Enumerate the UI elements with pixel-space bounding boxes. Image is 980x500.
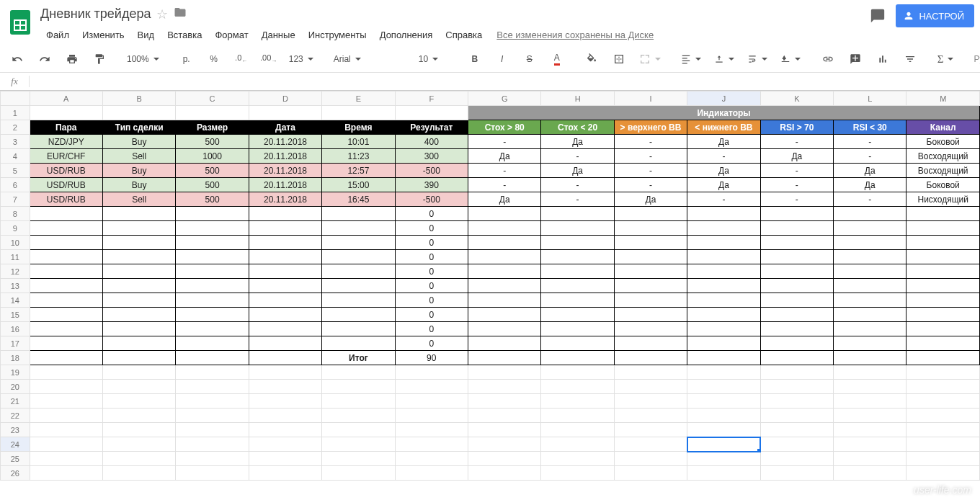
paint-format-icon[interactable] xyxy=(86,49,112,69)
cell[interactable] xyxy=(614,365,687,380)
table-header[interactable]: Дата xyxy=(249,120,321,135)
cell[interactable] xyxy=(541,437,614,452)
cell[interactable] xyxy=(249,264,321,279)
row-header[interactable]: 25 xyxy=(1,452,30,466)
cell[interactable] xyxy=(30,452,102,466)
cell[interactable] xyxy=(906,322,980,336)
cell[interactable] xyxy=(687,264,760,279)
cell[interactable] xyxy=(176,423,249,437)
undo-icon[interactable] xyxy=(4,49,30,69)
cell[interactable]: Боковой xyxy=(906,135,980,149)
star-icon[interactable]: ☆ xyxy=(156,6,168,22)
row-header[interactable]: 26 xyxy=(1,466,30,481)
cell[interactable] xyxy=(906,423,980,437)
cell[interactable]: 0 xyxy=(395,293,468,308)
row-header[interactable]: 18 xyxy=(1,351,30,365)
cell[interactable] xyxy=(102,221,175,236)
row-header[interactable]: 5 xyxy=(1,164,30,178)
cell[interactable]: Да xyxy=(468,192,541,207)
cell[interactable] xyxy=(102,264,175,279)
cell[interactable] xyxy=(760,365,833,380)
cell[interactable]: 0 xyxy=(395,264,468,279)
cell[interactable] xyxy=(541,452,614,466)
cell[interactable] xyxy=(687,394,760,409)
cell[interactable] xyxy=(176,221,249,236)
col-header-K[interactable]: K xyxy=(760,91,833,106)
indicators-header[interactable]: Индикаторы xyxy=(468,106,980,120)
cell[interactable] xyxy=(249,423,321,437)
row-header[interactable]: 20 xyxy=(1,380,30,394)
cell[interactable]: Восходящий xyxy=(906,149,980,164)
cell[interactable] xyxy=(30,264,102,279)
cell[interactable] xyxy=(760,466,833,481)
cell[interactable]: - xyxy=(687,192,760,207)
cell[interactable] xyxy=(322,279,395,293)
cell[interactable] xyxy=(834,394,906,409)
cell[interactable] xyxy=(30,308,102,322)
table-header[interactable]: RSI > 70 xyxy=(760,120,833,135)
cell[interactable] xyxy=(322,106,395,120)
cell[interactable] xyxy=(687,279,760,293)
cell[interactable] xyxy=(176,293,249,308)
table-header[interactable]: Стох < 20 xyxy=(541,120,614,135)
cell[interactable] xyxy=(614,322,687,336)
cell[interactable] xyxy=(614,380,687,394)
cell[interactable] xyxy=(30,423,102,437)
cell[interactable] xyxy=(834,466,906,481)
cell[interactable] xyxy=(834,221,906,236)
cell[interactable]: 500 xyxy=(176,164,249,178)
cell[interactable]: - xyxy=(468,135,541,149)
cell[interactable] xyxy=(395,409,468,423)
cell[interactable]: Нисходящий xyxy=(906,192,980,207)
text-color-button[interactable]: A xyxy=(544,49,570,69)
cell[interactable] xyxy=(614,466,687,481)
table-header[interactable]: Стох > 80 xyxy=(468,120,541,135)
row-header[interactable]: 9 xyxy=(1,221,30,236)
cell[interactable] xyxy=(760,351,833,365)
cell[interactable]: 1000 xyxy=(176,149,249,164)
cell[interactable] xyxy=(834,322,906,336)
filter-icon[interactable] xyxy=(897,49,923,69)
cell[interactable]: - xyxy=(760,178,833,192)
cell[interactable] xyxy=(30,221,102,236)
cell[interactable] xyxy=(322,394,395,409)
cell[interactable] xyxy=(249,293,321,308)
cell[interactable] xyxy=(30,351,102,365)
cell[interactable] xyxy=(249,279,321,293)
cell[interactable] xyxy=(760,279,833,293)
col-header-C[interactable]: C xyxy=(176,91,249,106)
cell[interactable] xyxy=(249,452,321,466)
cell[interactable]: 300 xyxy=(395,149,468,164)
cell[interactable]: EUR/CHF xyxy=(30,149,102,164)
row-header[interactable]: 7 xyxy=(1,192,30,207)
row-header[interactable]: 16 xyxy=(1,322,30,336)
cell[interactable] xyxy=(834,308,906,322)
row-header[interactable]: 2 xyxy=(1,120,30,135)
cell[interactable]: Да xyxy=(834,164,906,178)
strike-button[interactable]: S xyxy=(517,49,543,69)
cell[interactable] xyxy=(687,423,760,437)
row-header[interactable]: 13 xyxy=(1,279,30,293)
cell[interactable] xyxy=(30,409,102,423)
borders-icon[interactable] xyxy=(606,49,632,69)
cell[interactable] xyxy=(468,308,541,322)
cell[interactable] xyxy=(614,250,687,264)
menu-tools[interactable]: Инструменты xyxy=(303,27,373,43)
cell[interactable] xyxy=(468,264,541,279)
rotation-icon[interactable] xyxy=(775,49,806,69)
cell[interactable] xyxy=(541,250,614,264)
cell[interactable]: 0 xyxy=(395,322,468,336)
cell[interactable] xyxy=(468,322,541,336)
cell[interactable] xyxy=(322,264,395,279)
cell[interactable] xyxy=(834,380,906,394)
cell[interactable] xyxy=(614,437,687,452)
row-header[interactable]: 21 xyxy=(1,394,30,409)
cell[interactable] xyxy=(395,437,468,452)
cell[interactable] xyxy=(834,452,906,466)
cell[interactable] xyxy=(249,380,321,394)
cell[interactable] xyxy=(30,365,102,380)
cell[interactable] xyxy=(30,466,102,481)
cell[interactable]: Восходящий xyxy=(906,164,980,178)
cell[interactable] xyxy=(468,437,541,452)
cell[interactable] xyxy=(102,351,175,365)
